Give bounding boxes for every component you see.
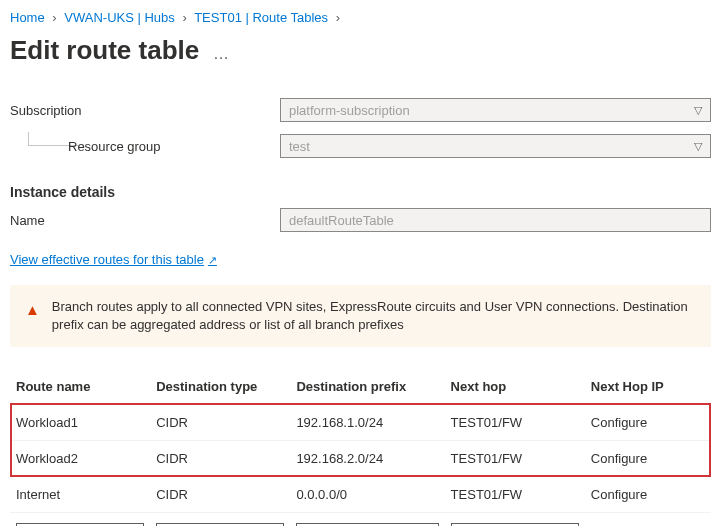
subscription-value: platform-subscription — [289, 103, 410, 118]
cell-hop: TEST01/FW — [445, 441, 585, 477]
cell-name: Internet — [10, 477, 150, 513]
subscription-label: Subscription — [10, 103, 280, 118]
cell-type: CIDR — [150, 405, 290, 441]
resource-group-value: test — [289, 139, 310, 154]
col-next-hop-ip[interactable]: Next Hop IP — [585, 371, 711, 405]
chevron-right-icon: › — [182, 10, 186, 25]
breadcrumb-vwan[interactable]: VWAN-UKS | Hubs — [64, 10, 175, 25]
chevron-down-icon: ▽ — [694, 104, 702, 117]
more-actions-button[interactable]: … — [213, 45, 231, 62]
breadcrumb-routetables[interactable]: TEST01 | Route Tables — [194, 10, 328, 25]
cell-hop: TEST01/FW — [445, 477, 585, 513]
routes-table: Route name Destination type Destination … — [10, 371, 711, 526]
new-route-row: CIDR ▽ ▽ — [10, 513, 711, 526]
name-field: defaultRouteTable — [280, 208, 711, 232]
external-link-icon: ↗ — [208, 254, 217, 266]
configure-link[interactable]: Configure — [591, 451, 647, 466]
configure-link[interactable]: Configure — [591, 415, 647, 430]
resource-group-select[interactable]: test ▽ — [280, 134, 711, 158]
cell-name: Workload1 — [10, 405, 150, 441]
view-effective-routes-link[interactable]: View effective routes for this table↗ — [10, 252, 217, 267]
cell-type: CIDR — [150, 441, 290, 477]
chevron-right-icon: › — [52, 10, 56, 25]
col-dest-prefix[interactable]: Destination prefix — [290, 371, 444, 405]
configure-link[interactable]: Configure — [591, 487, 647, 502]
info-message: Branch routes apply to all connected VPN… — [52, 298, 696, 334]
cell-prefix: 192.168.2.0/24 — [290, 441, 444, 477]
page-title: Edit route table — [10, 35, 199, 66]
instance-details-heading: Instance details — [10, 184, 711, 200]
resource-group-label: Resource group — [68, 139, 280, 154]
cell-prefix: 0.0.0.0/0 — [290, 477, 444, 513]
chevron-down-icon: ▽ — [694, 140, 702, 153]
name-value: defaultRouteTable — [289, 213, 394, 228]
subscription-select[interactable]: platform-subscription ▽ — [280, 98, 711, 122]
table-row[interactable]: Workload2 CIDR 192.168.2.0/24 TEST01/FW … — [10, 441, 711, 477]
cell-name: Workload2 — [10, 441, 150, 477]
breadcrumb-home[interactable]: Home — [10, 10, 45, 25]
table-row[interactable]: Internet CIDR 0.0.0.0/0 TEST01/FW Config… — [10, 477, 711, 513]
name-label: Name — [10, 213, 280, 228]
warning-icon: ▲ — [25, 299, 40, 334]
col-next-hop[interactable]: Next hop — [445, 371, 585, 405]
cell-type: CIDR — [150, 477, 290, 513]
cell-hop: TEST01/FW — [445, 405, 585, 441]
cell-prefix: 192.168.1.0/24 — [290, 405, 444, 441]
chevron-right-icon: › — [336, 10, 340, 25]
info-banner: ▲ Branch routes apply to all connected V… — [10, 285, 711, 347]
col-dest-type[interactable]: Destination type — [150, 371, 290, 405]
col-route-name[interactable]: Route name — [10, 371, 150, 405]
breadcrumb: Home › VWAN-UKS | Hubs › TEST01 | Route … — [10, 8, 711, 31]
table-row[interactable]: Workload1 CIDR 192.168.1.0/24 TEST01/FW … — [10, 405, 711, 441]
